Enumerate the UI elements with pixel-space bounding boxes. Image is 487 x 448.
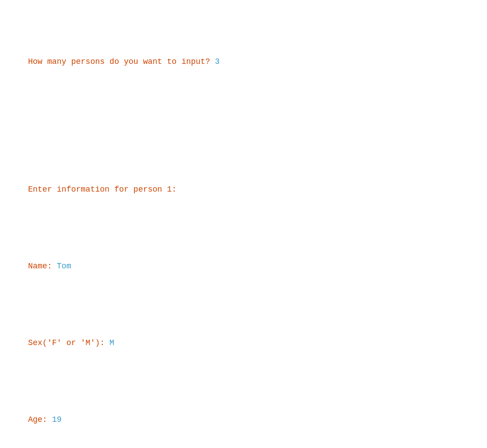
p1-sex-value: M: [110, 338, 114, 347]
p1-name-prompt: Name:: [28, 262, 57, 271]
person1-header-text: Enter information for person 1:: [28, 185, 177, 194]
persons-count-prompt: How many persons do you want to input?: [28, 57, 215, 66]
p1-age-line: Age: 19: [9, 401, 478, 439]
p1-name-value: Tom: [57, 262, 71, 271]
terminal-output: How many persons do you want to input? 3…: [9, 4, 478, 448]
persons-count-line: How many persons do you want to input? 3: [9, 43, 478, 81]
p1-age-prompt: Age:: [28, 415, 52, 424]
p1-age-value: 19: [52, 415, 62, 424]
persons-count-value: 3: [215, 57, 220, 66]
p1-sex-prompt: Sex('F' or 'M'):: [28, 338, 110, 347]
p1-sex-line: Sex('F' or 'M'): M: [9, 324, 478, 362]
blank-line-1: [9, 119, 478, 132]
p1-name-line: Name: Tom: [9, 247, 478, 285]
person1-header: Enter information for person 1:: [9, 170, 478, 208]
